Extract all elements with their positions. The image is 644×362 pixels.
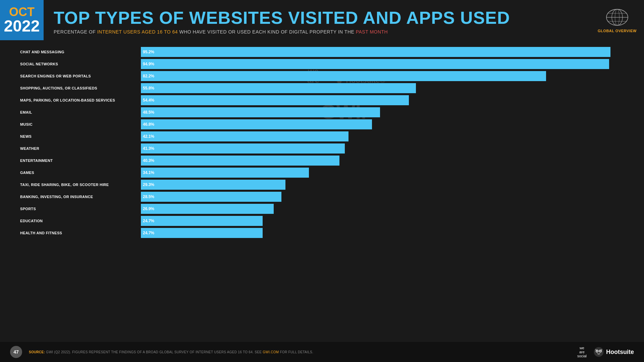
bar: 34.1% xyxy=(141,168,309,178)
subtitle-before: PERCENTAGE OF xyxy=(54,29,97,35)
bar-row: SPORTS26.9% xyxy=(20,204,624,214)
bar-label: WEATHER xyxy=(20,146,141,150)
bar-container: 94.9% xyxy=(141,59,624,69)
bar-container: 26.9% xyxy=(141,204,624,214)
subtitle: PERCENTAGE OF INTERNET USERS AGED 16 TO … xyxy=(54,29,584,35)
bar-value: 40.3% xyxy=(143,158,154,163)
globe-area: GLOBAL OVERVIEW xyxy=(590,0,644,40)
bar-row: EDUCATION24.7% xyxy=(20,216,624,226)
bar-container: 29.3% xyxy=(141,180,624,190)
bar-value: 48.5% xyxy=(143,110,154,115)
bar: 94.9% xyxy=(141,59,609,69)
bar-label: CHAT AND MESSAGING xyxy=(20,50,141,54)
source-body: GWI (Q2 2022). FIGURES REPRESENT THE FIN… xyxy=(45,350,263,354)
bar-container: 48.5% xyxy=(141,107,624,117)
bar-container: 34.1% xyxy=(141,168,624,178)
subtitle-middle: WHO HAVE VISITED OR USED EACH KIND OF DI… xyxy=(178,29,356,35)
bar-row: GAMES34.1% xyxy=(20,168,624,178)
bar-label: HEALTH AND FITNESS xyxy=(20,231,141,235)
bar-value: 34.1% xyxy=(143,170,154,175)
owl-icon xyxy=(593,347,604,357)
svg-point-11 xyxy=(597,351,597,351)
bar: 29.3% xyxy=(141,180,285,190)
bar-value: 41.3% xyxy=(143,146,154,151)
bar: 41.3% xyxy=(141,143,345,154)
bar-label: MUSIC xyxy=(20,122,141,126)
subtitle-highlight2: PAST MONTH xyxy=(356,29,388,35)
bar-container: 46.8% xyxy=(141,119,624,129)
global-overview-label: GLOBAL OVERVIEW xyxy=(598,29,637,33)
bar-row: TAXI, RIDE SHARING, BIKE, OR SCOOTER HIR… xyxy=(20,180,624,190)
bar-value: 94.9% xyxy=(143,62,154,66)
source-text: SOURCE: GWI (Q2 2022). FIGURES REPRESENT… xyxy=(29,350,577,354)
bar-container: 41.3% xyxy=(141,143,624,154)
bar-value: 26.9% xyxy=(143,206,154,211)
bar-value: 95.2% xyxy=(143,50,154,54)
date-year: 2022 xyxy=(4,18,40,34)
wes-line3: social xyxy=(577,354,587,358)
bar-value: 46.8% xyxy=(143,122,154,127)
bar-label: GAMES xyxy=(20,171,141,175)
bar-label: BANKING, INVESTING, OR INSURANCE xyxy=(20,195,141,199)
source-end: FOR FULL DETAILS. xyxy=(279,350,313,354)
bar-row: HEALTH AND FITNESS24.7% xyxy=(20,228,624,238)
date-box: OCT 2022 xyxy=(0,0,44,40)
bar-label: SPORTS xyxy=(20,207,141,211)
bar: 55.8% xyxy=(141,83,416,93)
bar-label: EMAIL xyxy=(20,110,141,114)
bar-container: 28.5% xyxy=(141,192,624,202)
bar: 24.7% xyxy=(141,228,263,238)
bar-row: EMAIL48.5% xyxy=(20,107,624,117)
bar-row: ENTERTAINMENT40.3% xyxy=(20,156,624,166)
header-content: TOP TYPES OF WEBSITES VISITED AND APPS U… xyxy=(44,0,590,40)
bar-container: 42.1% xyxy=(141,131,624,141)
bar-row: BANKING, INVESTING, OR INSURANCE28.5% xyxy=(20,192,624,202)
bar: 26.9% xyxy=(141,204,274,214)
bar-value: 55.8% xyxy=(143,86,154,90)
bar-value: 28.5% xyxy=(143,194,154,199)
source-label: SOURCE: xyxy=(29,350,45,354)
bar-value: 24.7% xyxy=(143,231,154,235)
bar-label: SHOPPING, AUCTIONS, OR CLASSIFIEDS xyxy=(20,86,141,90)
bar-label: NEWS xyxy=(20,134,141,138)
bar: 42.1% xyxy=(141,131,348,141)
bar-container: 95.2% xyxy=(141,47,624,57)
bar-container: 55.8% xyxy=(141,83,624,93)
hootsuite-footer: Hootsuite xyxy=(593,347,634,357)
footer: 47 SOURCE: GWI (Q2 2022). FIGURES REPRES… xyxy=(0,342,644,362)
bar: 48.5% xyxy=(141,107,380,117)
bar: 24.7% xyxy=(141,216,263,226)
bar-row: SOCIAL NETWORKS94.9% xyxy=(20,59,624,69)
bar: 46.8% xyxy=(141,119,372,129)
bar-value: 82.2% xyxy=(143,74,154,78)
bar-container: 40.3% xyxy=(141,156,624,166)
footer-logos: we are social Hootsuite xyxy=(577,346,634,358)
bar-label: EDUCATION xyxy=(20,219,141,223)
bar-value: 54.4% xyxy=(143,98,154,103)
wes-logo: we are social xyxy=(577,346,587,358)
wes-line2: are xyxy=(577,350,587,354)
bar-row: MAPS, PARKING, OR LOCATION-BASED SERVICE… xyxy=(20,95,624,105)
wes-line1: we xyxy=(577,346,587,350)
bar-row: WEATHER41.3% xyxy=(20,143,624,154)
bar-row: SEARCH ENGINES OR WEB PORTALS82.2% xyxy=(20,71,624,81)
svg-point-6 xyxy=(594,347,604,357)
bar: 40.3% xyxy=(141,156,339,166)
bar-value: 24.7% xyxy=(143,219,154,223)
bar-label: SEARCH ENGINES OR WEB PORTALS xyxy=(20,74,141,78)
bar-row: CHAT AND MESSAGING95.2% xyxy=(20,47,624,57)
page-number: 47 xyxy=(10,346,22,358)
bar-container: 82.2% xyxy=(141,71,624,81)
globe-icon xyxy=(604,7,631,27)
bar-row: MUSIC46.8% xyxy=(20,119,624,129)
bar-label: MAPS, PARKING, OR LOCATION-BASED SERVICE… xyxy=(20,98,141,102)
bar-value: 42.1% xyxy=(143,134,154,139)
svg-point-12 xyxy=(600,351,601,351)
main-title: TOP TYPES OF WEBSITES VISITED AND APPS U… xyxy=(54,9,584,26)
hootsuite-label: Hootsuite xyxy=(606,349,634,356)
bar-label: SOCIAL NETWORKS xyxy=(20,62,141,66)
bar: 95.2% xyxy=(141,47,610,57)
bar-row: NEWS42.1% xyxy=(20,131,624,141)
bar-value: 29.3% xyxy=(143,182,154,187)
bar-label: ENTERTAINMENT xyxy=(20,159,141,163)
